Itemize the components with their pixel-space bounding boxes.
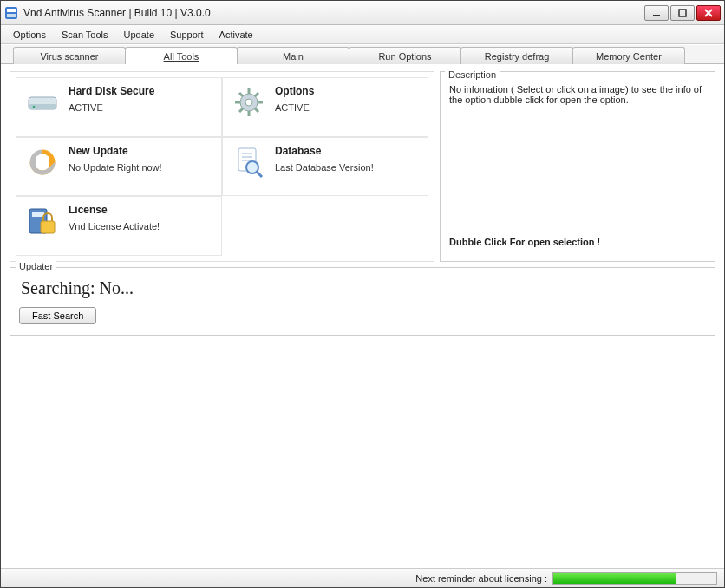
menu-update[interactable]: Update: [117, 28, 161, 42]
tool-hard-disk-secure[interactable]: Hard Disk Secure ACTIVE: [16, 77, 222, 137]
tool-title: Database: [275, 145, 374, 157]
description-text: No infomation ( Select or click on a ima…: [449, 84, 706, 237]
menu-scan-tools[interactable]: Scan Tools: [55, 28, 115, 42]
tab-run-options[interactable]: Run Options: [349, 47, 461, 64]
svg-rect-1: [7, 9, 16, 12]
reminder-label: Next reminder about licensing :: [415, 573, 547, 584]
svg-point-11: [245, 99, 252, 106]
menu-activate[interactable]: Activate: [212, 28, 260, 42]
fast-search-button[interactable]: Fast Search: [19, 307, 96, 324]
tool-options[interactable]: Options ACTIVE: [222, 77, 428, 137]
tabstrip: Virus scanner All Tools Main Run Options…: [1, 45, 724, 64]
tool-license[interactable]: License Vnd License Activate!: [16, 196, 222, 256]
svg-rect-4: [679, 10, 686, 16]
updater-label: Updater: [16, 261, 56, 271]
updater-status: Searching: No...: [21, 278, 706, 298]
tab-all-tools[interactable]: All Tools: [125, 47, 238, 64]
tool-title: License: [69, 204, 160, 216]
licensing-progress: [552, 572, 717, 585]
svg-line-18: [255, 93, 258, 96]
tool-status: Last Database Version!: [275, 162, 374, 173]
tool-status: ACTIVE: [69, 102, 154, 113]
description-footer: Dubble Click For open selection !: [449, 237, 706, 247]
titlebar: Vnd Antivirus Scanner | Build 10 | V3.0.…: [1, 1, 724, 25]
menu-options[interactable]: Options: [6, 28, 53, 42]
tool-database[interactable]: Database Last Database Version!: [222, 137, 428, 197]
gear-icon: [232, 85, 266, 120]
svg-rect-2: [7, 14, 16, 17]
tab-virus-scanner[interactable]: Virus scanner: [13, 47, 126, 64]
svg-line-16: [239, 93, 243, 96]
tool-title: Hard Disk Secure: [69, 85, 154, 97]
app-icon: [4, 6, 18, 20]
description-label: Description: [445, 69, 500, 80]
svg-point-26: [246, 161, 258, 173]
window-title: Vnd Antivirus Scanner | Build 10 | V3.0.…: [23, 7, 644, 19]
menubar: Options Scan Tools Update Support Activa…: [1, 25, 724, 44]
tool-status: Vnd License Activate!: [69, 221, 160, 232]
description-panel: Description No infomation ( Select or cl…: [440, 71, 715, 262]
tool-title: Options: [275, 85, 314, 97]
close-button[interactable]: [696, 5, 721, 21]
tab-registry-defrag[interactable]: Registry defrag: [460, 47, 573, 64]
svg-line-17: [255, 108, 258, 112]
tools-panel: Hard Disk Secure ACTIVE Options ACTIVE: [10, 71, 434, 262]
tool-title: New Update: [69, 145, 162, 157]
svg-rect-30: [41, 221, 55, 233]
svg-line-19: [239, 108, 243, 112]
tool-status: ACTIVE: [275, 102, 314, 113]
hard-disk-icon: [25, 85, 60, 120]
svg-rect-29: [32, 212, 44, 217]
tool-status: No Update Right now!: [69, 162, 162, 173]
refresh-icon: [25, 145, 60, 180]
maximize-button[interactable]: [670, 5, 695, 21]
menu-support[interactable]: Support: [163, 28, 211, 42]
updater-panel: Updater Searching: No... Fast Search: [10, 267, 715, 336]
tab-memory-center[interactable]: Memory Center: [572, 47, 685, 64]
svg-line-27: [257, 172, 262, 177]
svg-point-9: [33, 106, 36, 108]
licensing-progress-fill: [553, 573, 676, 584]
license-lock-icon: [25, 204, 60, 238]
tool-new-update[interactable]: New Update No Update Right now!: [16, 137, 222, 197]
minimize-button[interactable]: [644, 5, 669, 21]
database-search-icon: [232, 145, 266, 180]
statusbar: Next reminder about licensing :: [1, 568, 724, 587]
tab-main[interactable]: Main: [237, 47, 349, 64]
